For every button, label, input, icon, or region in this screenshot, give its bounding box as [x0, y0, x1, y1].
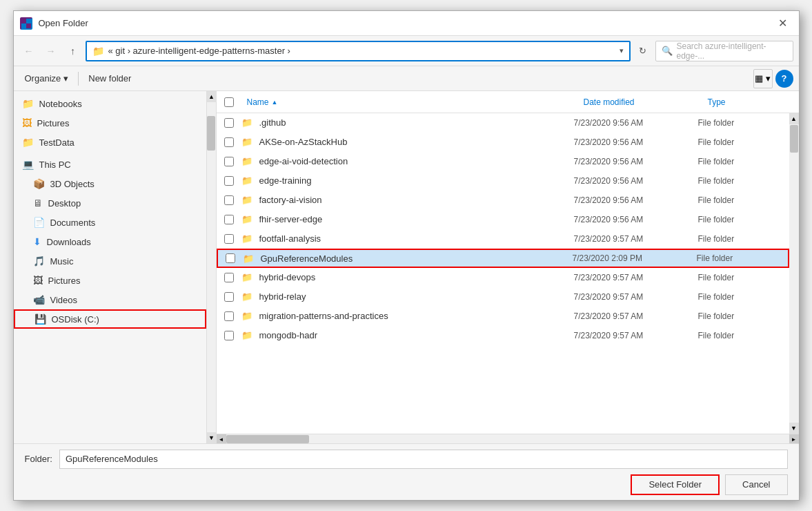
hscroll-track — [226, 434, 789, 443]
cancel-button[interactable]: Cancel — [725, 474, 787, 495]
file-row[interactable]: 📁 footfall-analysis 7/23/2020 9:57 AM Fi… — [217, 229, 789, 249]
close-button[interactable]: ✕ — [773, 13, 793, 34]
sidebar-item-pictures1[interactable]: 🖼 Pictures — [14, 113, 206, 133]
organize-label: Organize — [25, 73, 61, 84]
row-checkbox[interactable] — [224, 331, 234, 340]
file-name: edge-ai-void-detection — [257, 156, 568, 166]
filelist-rows: 📁 .github 7/23/2020 9:56 AM File folder … — [217, 113, 789, 434]
sidebar-videos[interactable]: 📹 Videos — [14, 290, 206, 309]
filelist-area: Name ▲ Date modified Type 📁 .github 7/23… — [217, 91, 799, 443]
file-type: File folder — [693, 311, 789, 321]
address-bar[interactable]: 📁 « git › azure-intelligent-edge-pattern… — [86, 41, 631, 61]
row-checkbox[interactable] — [224, 157, 234, 166]
back-button[interactable]: ← — [19, 41, 39, 61]
col-type-header[interactable]: Type — [702, 97, 799, 107]
horizontal-scrollbar[interactable]: ◄ ► — [217, 434, 799, 443]
view-toggle-button[interactable]: ▦ ▾ — [753, 69, 773, 88]
row-checkbox[interactable] — [224, 137, 234, 147]
select-all-checkbox[interactable] — [224, 97, 234, 107]
file-type: File folder — [691, 253, 788, 263]
sidebar-scroll-thumb[interactable] — [207, 116, 215, 151]
sidebar-item-label: Documents — [50, 218, 96, 228]
new-folder-label: New folder — [88, 73, 131, 84]
scroll-thumb[interactable] — [790, 125, 798, 153]
open-folder-dialog: Open Folder ✕ ← → ↑ 📁 « git › azure-inte… — [13, 10, 800, 501]
row-check — [217, 157, 241, 166]
file-row[interactable]: 📁 AKSe-on-AzStackHub 7/23/2020 9:56 AM F… — [217, 133, 789, 152]
col-date-header[interactable]: Date modified — [578, 97, 702, 107]
scroll-up-btn[interactable]: ▲ — [789, 113, 799, 124]
file-folder-icon: 📁 — [241, 311, 252, 321]
file-row[interactable]: 📁 edge-training 7/23/2020 9:56 AM File f… — [217, 171, 789, 191]
col-name-header[interactable]: Name ▲ — [241, 97, 578, 107]
file-folder-icon: 📁 — [243, 253, 254, 264]
row-checkbox[interactable] — [224, 118, 234, 128]
music-icon: 🎵 — [33, 256, 45, 267]
sidebar-scroll-up[interactable]: ▲ — [207, 91, 217, 102]
row-checkbox[interactable] — [224, 234, 234, 244]
hscroll-right[interactable]: ► — [789, 434, 799, 443]
sidebar-thispc[interactable]: 💻 This PC — [14, 155, 206, 174]
file-row[interactable]: 📁 .github 7/23/2020 9:56 AM File folder — [217, 113, 789, 133]
help-button[interactable]: ? — [775, 70, 793, 88]
up-button[interactable]: ↑ — [63, 41, 83, 61]
sidebar-scrollbar[interactable]: ▲ ▼ — [207, 91, 217, 443]
file-name: .github — [257, 117, 568, 128]
hscroll-left[interactable]: ◄ — [217, 434, 226, 443]
row-checkbox[interactable] — [224, 273, 234, 282]
refresh-button[interactable]: ↻ — [633, 41, 653, 61]
row-checkbox[interactable] — [224, 311, 234, 321]
file-row[interactable]: 📁 fhir-server-edge 7/23/2020 9:56 AM Fil… — [217, 210, 789, 229]
file-row[interactable]: 📁 mongodb-hadr 7/23/2020 9:57 AM File fo… — [217, 326, 789, 345]
sidebar-documents[interactable]: 📄 Documents — [14, 213, 206, 232]
file-row[interactable]: 📁 factory-ai-vision 7/23/2020 9:56 AM Fi… — [217, 191, 789, 210]
file-row[interactable]: 📁 GpuReferenceModules 7/23/2020 2:09 PM … — [217, 249, 789, 268]
file-name: hybrid-relay — [257, 291, 568, 302]
row-checkbox[interactable] — [224, 292, 234, 302]
select-folder-button[interactable]: Select Folder — [631, 474, 720, 495]
sidebar-desktop[interactable]: 🖥 Desktop — [14, 193, 206, 213]
sidebar-scroll-down[interactable]: ▼ — [207, 432, 217, 443]
new-folder-button[interactable]: New folder — [83, 69, 137, 88]
folder-input[interactable] — [59, 450, 788, 469]
desktop-icon: 🖥 — [33, 197, 43, 209]
row-checkbox[interactable] — [224, 176, 234, 186]
vs-logo — [20, 17, 32, 30]
sidebar-item-label: Pictures — [48, 276, 81, 286]
sidebar-pictures2[interactable]: 🖼 Pictures — [14, 271, 206, 290]
svg-rect-1 — [26, 19, 31, 23]
file-date: 7/23/2020 9:57 AM — [568, 292, 693, 302]
sidebar-downloads[interactable]: ⬇ Downloads — [14, 232, 206, 251]
sidebar-osdisk[interactable]: 💾 OSDisk (C:) — [14, 309, 206, 329]
filelist-scrollbar[interactable]: ▲ ▼ — [789, 113, 799, 434]
file-type: File folder — [693, 273, 789, 282]
folder-icon: 🖼 — [22, 117, 32, 128]
sidebar-item-notebooks[interactable]: 📁 Notebooks — [14, 94, 206, 113]
file-date: 7/23/2020 9:56 AM — [568, 215, 693, 224]
address-dropdown-icon[interactable]: ▾ — [620, 46, 624, 55]
sidebar-item-label: Music — [50, 256, 74, 267]
footer-buttons: Select Folder Cancel — [14, 474, 799, 501]
sidebar-3dobjects[interactable]: 📦 3D Objects — [14, 174, 206, 193]
sidebar-item-testdata[interactable]: 📁 TestData — [14, 133, 206, 152]
file-name: hybrid-devops — [257, 272, 568, 282]
sidebar-item-label: 3D Objects — [50, 179, 95, 189]
organize-button[interactable]: Organize ▾ — [19, 69, 75, 88]
file-date: 7/23/2020 9:57 AM — [568, 273, 693, 282]
row-checkbox[interactable] — [226, 253, 235, 263]
sidebar-music[interactable]: 🎵 Music — [14, 251, 206, 271]
folder-label: Folder: — [25, 454, 52, 464]
file-row[interactable]: 📁 migration-patterns-and-practices 7/23/… — [217, 307, 789, 326]
file-row[interactable]: 📁 edge-ai-void-detection 7/23/2020 9:56 … — [217, 152, 789, 171]
search-box[interactable]: 🔍 Search azure-intelligent-edge-... — [655, 41, 793, 61]
folder-input-row: Folder: — [14, 444, 799, 474]
forward-button[interactable]: → — [41, 41, 61, 61]
file-row[interactable]: 📁 hybrid-devops 7/23/2020 9:57 AM File f… — [217, 268, 789, 287]
row-checkbox[interactable] — [224, 195, 234, 205]
scroll-down-btn[interactable]: ▼ — [789, 423, 799, 434]
documents-icon: 📄 — [33, 217, 45, 228]
file-row[interactable]: 📁 hybrid-relay 7/23/2020 9:57 AM File fo… — [217, 287, 789, 307]
file-date: 7/23/2020 9:57 AM — [568, 331, 693, 340]
hscroll-thumb[interactable] — [226, 435, 309, 443]
row-checkbox[interactable] — [224, 215, 234, 224]
